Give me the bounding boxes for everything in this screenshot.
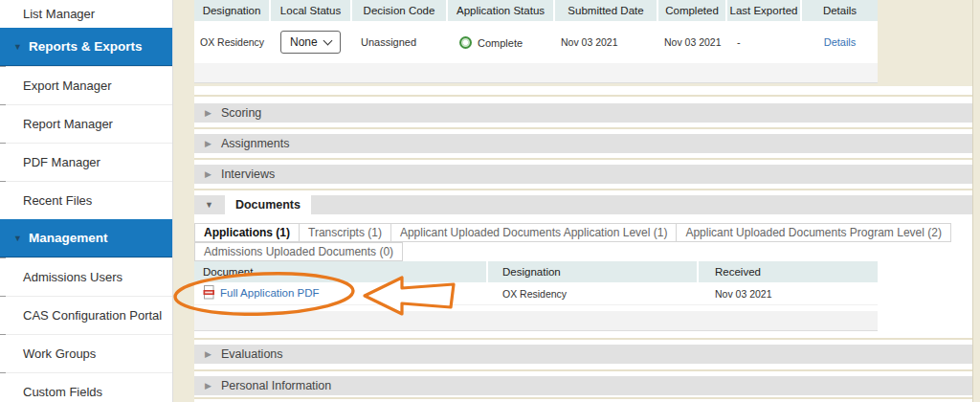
sidebar-item-cas-configuration-portal[interactable]: CAS Configuration Portal — [0, 296, 172, 334]
application-status-cell: Complete — [448, 36, 555, 49]
section-scoring[interactable]: Scoring — [194, 103, 973, 123]
sidebar-section-label: Management — [29, 231, 108, 245]
local-status-cell: None — [271, 31, 352, 54]
table-footer — [194, 63, 878, 83]
applicant-detail-page: List Manager Reports & Exports Export Ma… — [0, 0, 980, 402]
sidebar-item-report-manager[interactable]: Report Manager — [0, 104, 172, 143]
section-interviews[interactable]: Interviews — [194, 165, 973, 184]
submitted-date-cell: Nov 03 2021 — [555, 36, 658, 48]
sidebar-section-management[interactable]: Management — [0, 219, 172, 257]
column-header-designation: Designation — [194, 0, 271, 21]
triangle-right-icon — [205, 381, 212, 391]
pdf-file-icon — [203, 285, 215, 302]
sidebar-item-work-groups[interactable]: Work Groups — [0, 334, 172, 372]
programs-table-header: Designation Local Status Decision Code A… — [194, 0, 878, 21]
sidebar-section-reports-exports[interactable]: Reports & Exports — [0, 28, 172, 66]
divider — [194, 95, 973, 97]
sidebar-item-label: List Manager — [23, 7, 95, 21]
documents-tabs-row-2: Admissions Uploaded Documents (0) — [194, 242, 402, 261]
details-cell: Details — [802, 36, 878, 48]
triangle-down-icon — [13, 42, 22, 52]
local-status-select[interactable]: None — [280, 31, 341, 54]
triangle-right-icon — [205, 108, 212, 118]
column-header-completed: Completed — [658, 0, 727, 21]
triangle-down-icon — [13, 234, 22, 243]
triangle-right-icon — [205, 139, 212, 148]
designation-cell: OX Residency — [194, 36, 271, 48]
tab-applicant-uploaded-application-level[interactable]: Applicant Uploaded Documents Application… — [390, 223, 678, 242]
documents-table: Document Designation Received Full Appli… — [194, 261, 878, 305]
section-label: Assignments — [221, 137, 290, 150]
divider — [194, 127, 973, 129]
divider — [194, 397, 973, 399]
column-header-application-status: Application Status — [448, 0, 555, 21]
local-status-value: None — [290, 35, 318, 49]
triangle-right-icon — [205, 349, 212, 359]
sidebar-item-label: Recent Files — [23, 193, 92, 208]
details-link[interactable]: Details — [824, 36, 857, 48]
section-assignments[interactable]: Assignments — [194, 134, 973, 153]
column-header-decision-code: Decision Code — [352, 0, 448, 21]
section-evaluations[interactable]: Evaluations — [194, 345, 973, 364]
tab-applications[interactable]: Applications (1) — [194, 223, 300, 242]
completed-cell: Nov 03 2021 — [658, 36, 727, 48]
section-label: Documents — [225, 195, 311, 214]
sidebar-section-label: Reports & Exports — [29, 39, 143, 54]
tab-applicant-uploaded-program-level[interactable]: Applicant Uploaded Documents Program Lev… — [676, 223, 950, 242]
sidebar-item-label: CAS Configuration Portal — [23, 308, 162, 323]
sidebar-item-recent-files[interactable]: Recent Files — [0, 181, 172, 219]
column-header-document: Document — [194, 261, 488, 282]
sidebar-item-pdf-manager[interactable]: PDF Manager — [0, 143, 172, 181]
table-row: Full Application PDF OX Residency Nov 03… — [194, 282, 878, 305]
tab-transcripts[interactable]: Transcripts (1) — [299, 223, 391, 242]
documents-tabs-row-1: Applications (1) Transcripts (1) Applica… — [194, 223, 950, 242]
divider — [194, 158, 973, 160]
section-label: Evaluations — [221, 347, 283, 361]
divider — [972, 0, 973, 402]
table-footer — [194, 311, 878, 331]
application-status-value: Complete — [478, 37, 523, 49]
section-label: Scoring — [221, 106, 261, 120]
decision-code-cell: Unassigned — [352, 36, 448, 48]
tab-admissions-uploaded-documents[interactable]: Admissions Uploaded Documents (0) — [194, 242, 403, 261]
column-header-designation: Designation — [488, 261, 699, 282]
triangle-down-icon — [205, 200, 213, 210]
column-header-received: Received — [699, 261, 878, 282]
sidebar-item-label: Work Groups — [23, 346, 96, 361]
section-documents[interactable]: Documents — [194, 195, 973, 214]
column-header-submitted-date: Submitted Date — [555, 0, 658, 21]
section-label: Personal Information — [221, 379, 331, 392]
divider — [194, 369, 973, 371]
chevron-down-icon — [323, 36, 332, 46]
sidebar-item-custom-fields[interactable]: Custom Fields — [0, 372, 172, 402]
sidebar: List Manager Reports & Exports Export Ma… — [0, 0, 173, 402]
sidebar-item-export-manager[interactable]: Export Manager — [0, 66, 172, 104]
sidebar-item-label: Report Manager — [23, 117, 113, 131]
sidebar-item-label: Export Manager — [23, 78, 112, 93]
status-complete-icon — [459, 36, 472, 49]
programs-table: Designation Local Status Decision Code A… — [194, 0, 878, 83]
divider — [194, 338, 973, 340]
sidebar-item-admissions-users[interactable]: Admissions Users — [0, 257, 172, 296]
documents-table-header: Document Designation Received — [194, 261, 878, 282]
divider — [194, 189, 973, 190]
last-exported-cell: - — [727, 36, 802, 48]
sidebar-item-label: Admissions Users — [23, 270, 122, 284]
column-header-last-exported: Last Exported — [727, 0, 802, 21]
full-application-pdf-link[interactable]: Full Application PDF — [220, 287, 320, 299]
section-label: Interviews — [221, 168, 275, 181]
received-cell: Nov 03 2021 — [699, 288, 878, 300]
sidebar-item-label: Custom Fields — [23, 385, 102, 399]
triangle-right-icon — [205, 169, 212, 179]
section-personal-information[interactable]: Personal Information — [194, 376, 973, 395]
column-header-local-status: Local Status — [271, 0, 352, 21]
table-row: OX Residency None Unassigned Complete No… — [194, 21, 878, 63]
column-header-details: Details — [802, 0, 878, 21]
document-cell: Full Application PDF — [194, 285, 488, 302]
sidebar-item-label: PDF Manager — [23, 155, 100, 169]
sidebar-item-list-manager[interactable]: List Manager — [0, 0, 172, 28]
designation-cell: OX Residency — [488, 288, 699, 300]
